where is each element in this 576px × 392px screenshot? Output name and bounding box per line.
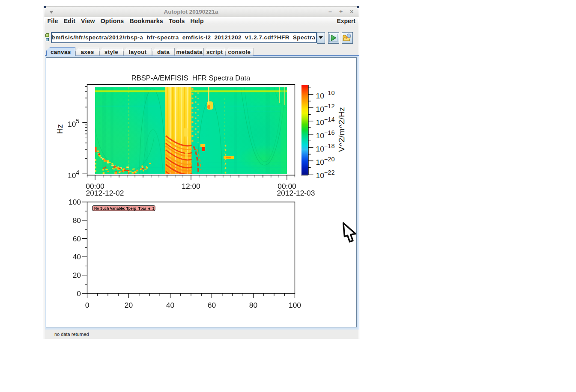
svg-text:2012-12-03: 2012-12-03 xyxy=(277,189,315,197)
svg-text:60: 60 xyxy=(73,235,81,243)
svg-text:10−12: 10−12 xyxy=(316,103,335,113)
svg-text:10−22: 10−22 xyxy=(316,169,335,180)
svg-text:V^2/m^2/Hz: V^2/m^2/Hz xyxy=(337,107,346,152)
svg-text:0: 0 xyxy=(85,301,90,309)
svg-text:105: 105 xyxy=(68,118,79,128)
svg-text:10−10: 10−10 xyxy=(316,89,335,100)
svg-text:20: 20 xyxy=(73,271,81,279)
svg-text:10−14: 10−14 xyxy=(316,116,335,127)
svg-text:2012-12-02: 2012-12-02 xyxy=(86,189,124,197)
svg-text:60: 60 xyxy=(208,301,216,309)
svg-text:40: 40 xyxy=(73,252,81,261)
svg-text:80: 80 xyxy=(249,301,257,309)
svg-text:12:00: 12:00 xyxy=(182,182,200,190)
svg-text:80: 80 xyxy=(73,216,81,225)
svg-text:Hz: Hz xyxy=(56,124,65,134)
svg-text:No Such Variable: Tperp_Tpar_e: No Such Variable: Tperp_Tpar_e_3 xyxy=(94,206,155,211)
svg-text:0: 0 xyxy=(77,289,81,298)
svg-text:10−20: 10−20 xyxy=(316,156,335,166)
svg-text:100: 100 xyxy=(289,301,301,309)
svg-text:104: 104 xyxy=(68,169,79,180)
svg-text:40: 40 xyxy=(166,301,174,309)
svg-text:RBSP-A/EMFISIS HFR Spectra Da: RBSP-A/EMFISIS HFR Spectra Data xyxy=(131,74,251,82)
svg-text:10−18: 10−18 xyxy=(316,143,335,153)
svg-text:100: 100 xyxy=(69,198,81,206)
svg-text:10−16: 10−16 xyxy=(316,129,335,140)
svg-text:20: 20 xyxy=(125,301,133,309)
